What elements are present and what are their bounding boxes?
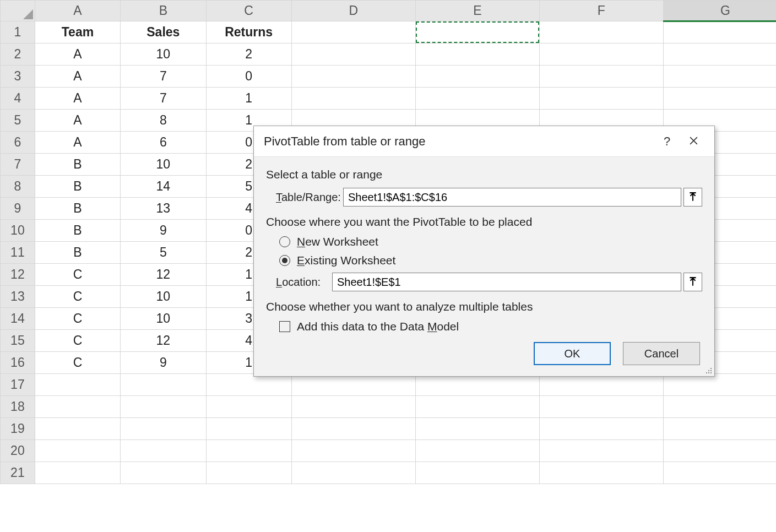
cell-B7[interactable]: 10 xyxy=(121,154,206,176)
cell-B1[interactable]: Sales xyxy=(121,21,206,44)
cell-F4[interactable] xyxy=(539,88,663,110)
collapse-location-button[interactable] xyxy=(683,273,702,291)
col-header-C[interactable]: C xyxy=(206,1,291,21)
cell-F1[interactable] xyxy=(539,21,663,44)
row-header-4[interactable]: 4 xyxy=(1,88,35,110)
cell-B12[interactable]: 12 xyxy=(121,264,206,286)
cancel-button[interactable]: Cancel xyxy=(623,342,700,365)
row-header-9[interactable]: 9 xyxy=(1,198,35,220)
cell-B3[interactable]: 7 xyxy=(121,66,206,88)
cell-C2[interactable]: 2 xyxy=(206,44,291,66)
cell-A6[interactable]: A xyxy=(35,132,120,154)
ok-button[interactable]: OK xyxy=(534,342,611,365)
col-header-F[interactable]: F xyxy=(539,1,663,21)
cell-D17[interactable] xyxy=(291,374,415,396)
row-header-5[interactable]: 5 xyxy=(1,110,35,132)
cell-B20[interactable] xyxy=(121,440,206,462)
cell-F2[interactable] xyxy=(539,44,663,66)
row-header-15[interactable]: 15 xyxy=(1,330,35,352)
cell-E3[interactable] xyxy=(415,66,539,88)
cell-A18[interactable] xyxy=(35,396,120,418)
cell-B8[interactable]: 14 xyxy=(121,176,206,198)
cell-A3[interactable]: A xyxy=(35,66,120,88)
cell-C1[interactable]: Returns xyxy=(206,21,291,44)
cell-G1[interactable] xyxy=(663,21,776,44)
col-header-B[interactable]: B xyxy=(121,1,206,21)
cell-B5[interactable]: 8 xyxy=(121,110,206,132)
cell-B15[interactable]: 12 xyxy=(121,330,206,352)
column-header-row[interactable]: A B C D E F G xyxy=(1,1,777,21)
col-header-G[interactable]: G xyxy=(663,1,776,21)
cell-D21[interactable] xyxy=(291,462,415,484)
cell-A4[interactable]: A xyxy=(35,88,120,110)
cell-E1[interactable] xyxy=(415,21,539,44)
row-header-12[interactable]: 12 xyxy=(1,264,35,286)
cell-B9[interactable]: 13 xyxy=(121,198,206,220)
cell-E2[interactable] xyxy=(415,44,539,66)
cell-B6[interactable]: 6 xyxy=(121,132,206,154)
cell-A17[interactable] xyxy=(35,374,120,396)
cell-E4[interactable] xyxy=(415,88,539,110)
row-header-14[interactable]: 14 xyxy=(1,308,35,330)
radio-existing-worksheet[interactable]: Existing Worksheet xyxy=(266,254,702,267)
cell-A15[interactable]: C xyxy=(35,330,120,352)
cell-G21[interactable] xyxy=(663,462,776,484)
cell-E17[interactable] xyxy=(415,374,539,396)
cell-A2[interactable]: A xyxy=(35,44,120,66)
row-header-10[interactable]: 10 xyxy=(1,220,35,242)
cell-D2[interactable] xyxy=(291,44,415,66)
cell-B17[interactable] xyxy=(121,374,206,396)
row-header-13[interactable]: 13 xyxy=(1,286,35,308)
cell-D19[interactable] xyxy=(291,418,415,440)
cell-F3[interactable] xyxy=(539,66,663,88)
row-header-16[interactable]: 16 xyxy=(1,352,35,374)
cell-C4[interactable]: 1 xyxy=(206,88,291,110)
cell-A9[interactable]: B xyxy=(35,198,120,220)
cell-F21[interactable] xyxy=(539,462,663,484)
cell-A13[interactable]: C xyxy=(35,286,120,308)
cell-C19[interactable] xyxy=(206,418,291,440)
row-header-21[interactable]: 21 xyxy=(1,462,35,484)
cell-F20[interactable] xyxy=(539,440,663,462)
resize-grip[interactable] xyxy=(705,367,713,374)
cell-B16[interactable]: 9 xyxy=(121,352,206,374)
location-input[interactable] xyxy=(332,273,681,291)
cell-F17[interactable] xyxy=(539,374,663,396)
dialog-titlebar[interactable]: PivotTable from table or range ? xyxy=(254,126,714,157)
cell-A12[interactable]: C xyxy=(35,264,120,286)
row-header-6[interactable]: 6 xyxy=(1,132,35,154)
row-header-3[interactable]: 3 xyxy=(1,66,35,88)
cell-D4[interactable] xyxy=(291,88,415,110)
col-header-D[interactable]: D xyxy=(291,1,415,21)
cell-G2[interactable] xyxy=(663,44,776,66)
cell-E18[interactable] xyxy=(415,396,539,418)
row-header-1[interactable]: 1 xyxy=(1,21,35,44)
cell-A8[interactable]: B xyxy=(35,176,120,198)
close-button[interactable] xyxy=(680,134,707,149)
cell-C20[interactable] xyxy=(206,440,291,462)
cell-B13[interactable]: 10 xyxy=(121,286,206,308)
table-range-input[interactable] xyxy=(343,188,681,207)
cell-G17[interactable] xyxy=(663,374,776,396)
cell-B19[interactable] xyxy=(121,418,206,440)
cell-G18[interactable] xyxy=(663,396,776,418)
col-header-E[interactable]: E xyxy=(415,1,539,21)
row-header-8[interactable]: 8 xyxy=(1,176,35,198)
cell-D3[interactable] xyxy=(291,66,415,88)
cell-E20[interactable] xyxy=(415,440,539,462)
cell-A20[interactable] xyxy=(35,440,120,462)
cell-A7[interactable]: B xyxy=(35,154,120,176)
cell-A21[interactable] xyxy=(35,462,120,484)
cell-C18[interactable] xyxy=(206,396,291,418)
col-header-A[interactable]: A xyxy=(35,1,120,21)
cell-A19[interactable] xyxy=(35,418,120,440)
cell-B10[interactable]: 9 xyxy=(121,220,206,242)
cell-A16[interactable]: C xyxy=(35,352,120,374)
cell-C21[interactable] xyxy=(206,462,291,484)
radio-new-worksheet[interactable]: New Worksheet xyxy=(266,235,702,248)
select-all-corner[interactable] xyxy=(1,1,35,21)
help-button[interactable]: ? xyxy=(654,134,680,149)
cell-F19[interactable] xyxy=(539,418,663,440)
cell-F18[interactable] xyxy=(539,396,663,418)
row-header-2[interactable]: 2 xyxy=(1,44,35,66)
